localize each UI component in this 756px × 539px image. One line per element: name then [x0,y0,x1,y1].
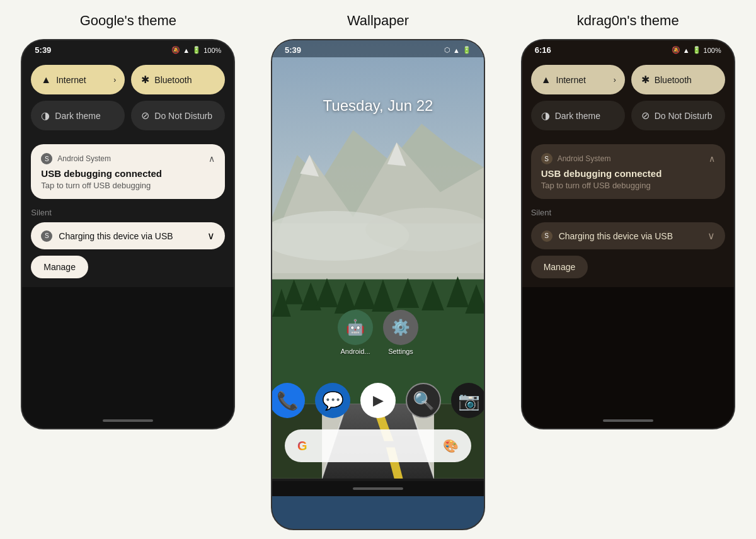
kdrag0n-darktheme-label: Dark theme [555,111,600,121]
camera-dock-icon[interactable]: 📷 [451,383,484,418]
google-quick-settings: ▲ Internet › ✱ Bluetooth ◑ Dark theme [22,57,234,144]
google-bluetooth-tile[interactable]: ✱ Bluetooth [131,65,225,94]
kdrag0n-bluetooth-label: Bluetooth [655,75,692,85]
google-qs-row-1: ▲ Internet › ✱ Bluetooth [31,65,225,94]
kdrag0n-notif-expand-icon[interactable]: ∧ [709,154,715,164]
google-home-indicator [103,419,153,422]
home-icons-row: 🤖 Android... ⚙️ Settings [338,310,418,355]
google-usb-notif[interactable]: S Android System ∧ USB debugging connect… [31,144,225,199]
wallpaper-date: Tuesday, Jun 22 [272,97,484,115]
wifi-qs-icon: ▲ [41,74,51,86]
google-dark-bg [22,287,234,413]
kdrag0n-dnd-tile[interactable]: ⊘ Do Not Disturb [631,101,725,130]
charging-chevron-icon: ∨ [207,230,215,242]
kdrag0n-charging-text: Charging this device via USB [559,231,701,241]
kdrag0n-internet-label: Internet [556,75,586,85]
google-g-logo: G [297,439,307,453]
wallpaper-wifi-icon: ▲ [453,47,460,54]
play-dock-icon[interactable]: ▶ [360,383,396,418]
settings-home-icon[interactable]: ⚙️ Settings [383,310,418,355]
kdrag0n-internet-chevron: › [614,76,616,84]
dnd-qs-icon: ⊘ [141,110,149,122]
wifi-icon: ▲ [183,47,190,54]
wallpaper-usb-icon: ⬡ [444,46,450,54]
android-system-label: Android System [57,154,111,163]
phone-dock-icon[interactable]: 📞 [272,383,305,418]
bluetooth-qs-icon: ✱ [141,74,149,86]
google-phone-frame: 5:39 🔕 ▲ 🔋 100% ▲ Internet › [21,39,235,429]
kdrag0n-quick-settings: ▲ Internet › ✱ Bluetooth ◑ Dark theme [522,57,734,144]
kdrag0n-wifi-icon: ▲ [683,47,690,54]
google-assistant-icon: 🎨 [443,438,459,453]
google-theme-title: Google's theme [80,13,176,29]
kdrag0n-status-bar: 6:16 🔕 ▲ 🔋 100% [522,40,734,57]
notif-expand-icon[interactable]: ∧ [209,154,215,164]
kdrag0n-charging-notif[interactable]: S Charging this device via USB ∨ [531,222,725,249]
kdrag0n-bottom-bar [522,413,734,428]
battery-percent: 100% [203,47,221,54]
kdrag0n-charging-chevron-icon: ∨ [707,230,715,242]
kdrag0n-wifi-qs-icon: ▲ [541,74,551,86]
kdrag0n-bluetooth-tile[interactable]: ✱ Bluetooth [631,65,725,94]
kdrag0n-manage-button[interactable]: Manage [531,256,588,278]
google-notif-shade: S Android System ∧ USB debugging connect… [22,144,234,287]
usb-debug-subtitle: Tap to turn off USB debugging [41,181,215,190]
wallpaper-background: Tuesday, Jun 22 🤖 Android... ⚙️ Settings… [272,40,484,481]
google-dnd-tile[interactable]: ⊘ Do Not Disturb [131,101,225,130]
darktheme-label: Dark theme [55,111,100,121]
kdrag0n-dnd-qs-icon: ⊘ [641,110,650,122]
wallpaper-time: 5:39 [285,45,301,55]
kdrag0n-dnd-label: Do Not Disturb [655,111,713,121]
wallpaper-battery-icon: 🔋 [462,46,471,54]
kdrag0n-qs-row-2: ◑ Dark theme ⊘ Do Not Disturb [531,101,725,130]
internet-label: Internet [56,75,86,85]
android-icon-bg: 🤖 [338,310,373,345]
google-manage-button[interactable]: Manage [31,256,88,278]
bluetooth-label: Bluetooth [154,75,192,85]
google-bottom-bar [22,413,234,428]
kdrag0n-time: 6:16 [535,45,551,55]
google-internet-tile[interactable]: ▲ Internet › [31,65,125,94]
kdrag0n-usb-notif[interactable]: S Android System ∧ USB debugging connect… [531,144,725,199]
kdrag0n-silent-label: Silent [531,205,725,222]
no-sound-icon: 🔕 [171,46,180,54]
google-qs-row-2: ◑ Dark theme ⊘ Do Not Disturb [31,101,225,130]
dnd-label: Do Not Disturb [154,111,212,121]
kdrag0n-contrast-qs-icon: ◑ [541,110,550,122]
phones-container: Google's theme 5:39 🔕 ▲ 🔋 100% [13,13,743,530]
google-time: 5:39 [35,45,51,55]
kdrag0n-qs-row-1: ▲ Internet › ✱ Bluetooth [531,65,725,94]
wallpaper-bottom-bar [272,481,484,496]
charging-text: Charging this device via USB [59,231,201,241]
google-darktheme-tile[interactable]: ◑ Dark theme [31,101,125,130]
wallpaper-phone-frame: 5:39 ⬡ ▲ 🔋 [271,39,485,530]
kdrag0n-usb-debug-title: USB debugging connected [541,168,715,179]
kdrag0n-home-indicator [603,419,653,422]
wallpaper-home-indicator [353,487,403,490]
kdrag0n-battery-icon: 🔋 [692,46,701,54]
kdrag0n-nosound-icon: 🔕 [672,46,680,54]
wallpaper-title: Wallpaper [347,13,409,29]
kdrag0n-darktheme-tile[interactable]: ◑ Dark theme [531,101,625,130]
wallpaper-section: Wallpaper 5:39 ⬡ ▲ 🔋 [263,13,494,530]
kdrag0n-android-system-label: Android System [558,154,611,163]
contrast-qs-icon: ◑ [41,110,50,122]
chromeo-dock-icon[interactable]: 🔍 [406,383,441,418]
android-home-icon[interactable]: 🤖 Android... [338,310,373,355]
google-silent-label: Silent [31,205,225,222]
kdrag0n-internet-tile[interactable]: ▲ Internet › [531,65,625,94]
google-status-bar: 5:39 🔕 ▲ 🔋 100% [22,40,234,57]
google-charging-notif[interactable]: S Charging this device via USB ∨ [31,222,225,249]
kdrag0n-dark-bg [522,287,734,413]
google-usb-notif-header: S Android System ∧ [41,153,215,164]
messages-dock-icon[interactable]: 💬 [315,383,350,418]
kdrag0n-phone: 6:16 🔕 ▲ 🔋 100% ▲ Internet › [521,39,735,429]
google-search-bar[interactable]: G 🎨 [285,429,471,462]
kdrag0n-status-icons: 🔕 ▲ 🔋 100% [672,46,721,54]
google-phone: 5:39 🔕 ▲ 🔋 100% ▲ Internet › [21,39,235,429]
kdrag0n-theme-title: kdrag0n's theme [577,13,679,29]
kdrag0n-phone-frame: 6:16 🔕 ▲ 🔋 100% ▲ Internet › [521,39,735,429]
google-app-row: S Android System [41,153,111,164]
kdrag0n-battery-percent: 100% [704,47,721,54]
battery-icon: 🔋 [192,46,201,54]
